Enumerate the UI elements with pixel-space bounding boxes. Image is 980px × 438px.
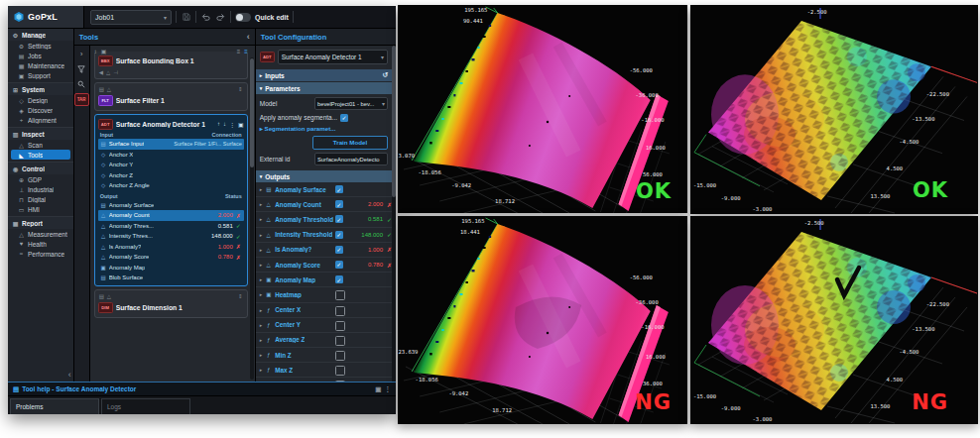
- sidebar-item-design[interactable]: ◇Design: [11, 95, 70, 105]
- viewport-bottom-left-ng[interactable]: 195.16518.441-23.639-18.056-9.04218.712-…: [398, 216, 687, 424]
- output-enabled-checkbox[interactable]: ✓: [335, 185, 343, 193]
- input-row-anchor-x[interactable]: ◇Anchor X: [98, 150, 244, 161]
- tool-selector-dropdown[interactable]: Surface Anomaly Detector 1 ▾: [278, 50, 388, 64]
- tool-card-surface-anomaly-detector-1[interactable]: ADTSurface Anomaly Detector 1↑↓⋮▣InputCo…: [94, 114, 248, 286]
- output-enabled-checkbox[interactable]: ✓: [335, 261, 343, 269]
- job-selector[interactable]: Job01 ▾: [90, 10, 172, 25]
- collapse-all-icon[interactable]: ▣: [101, 48, 107, 55]
- scrollbar-thumb[interactable]: [392, 46, 396, 197]
- input-row-anchor-z-angle[interactable]: ◇Anchor Z Angle: [98, 180, 244, 191]
- sidebar-item-digital[interactable]: ⊓Digital: [11, 194, 70, 204]
- output-row-anomaly-count[interactable]: △Anomaly Count2.000✗: [98, 210, 244, 221]
- more-icon[interactable]: ⋮: [229, 121, 235, 128]
- config-output-max-z[interactable]: ▸ƒMax Z: [256, 363, 392, 378]
- output-enabled-checkbox[interactable]: [335, 290, 345, 300]
- config-output-average-z[interactable]: ▸ƒAverage Z: [256, 333, 392, 348]
- tool-card-surface-filter-1[interactable]: ▤△⇕FLTSurface Filter 1: [94, 82, 248, 111]
- outputs-section-header[interactable]: ▾ Outputs: [256, 170, 392, 182]
- tab-logs[interactable]: Logs: [101, 398, 190, 414]
- sidebar-item-maintenance[interactable]: ▦Maintenance: [11, 60, 70, 70]
- move-down-icon[interactable]: ↓: [223, 121, 226, 128]
- expand-all-icon[interactable]: ↕: [94, 49, 97, 55]
- output-enabled-checkbox[interactable]: [335, 381, 345, 382]
- tab-problems[interactable]: Problems: [10, 398, 99, 414]
- sidebar-item-settings[interactable]: ⚙Settings: [11, 41, 70, 51]
- config-output-anomaly-threshold[interactable]: ▸△Anomaly Threshold✓0.581✓: [256, 212, 392, 227]
- more-icon[interactable]: ⋮: [385, 385, 392, 393]
- redo-icon[interactable]: [215, 12, 226, 23]
- sidebar-item-gdp[interactable]: ⊕GDP: [11, 174, 70, 184]
- list-view-icon[interactable]: ≡: [237, 49, 241, 55]
- search-icon[interactable]: [76, 78, 87, 89]
- expand-card-icon[interactable]: ⇕: [238, 86, 243, 92]
- sidebar-item-alignment[interactable]: +Alignment: [11, 115, 70, 125]
- sidebar-item-hmi[interactable]: ▭HMI: [11, 204, 70, 214]
- config-output-min-z[interactable]: ▸ƒMin Z: [256, 348, 392, 363]
- output-enabled-checkbox[interactable]: ✓: [335, 200, 343, 208]
- config-output-anomaly-map[interactable]: ▸▣Anomaly Map✓: [256, 273, 392, 287]
- output-enabled-checkbox[interactable]: [335, 306, 345, 316]
- sidebar-item-performance[interactable]: ≈Performance: [11, 249, 70, 259]
- tool-card-surface-dimension-1[interactable]: ▤△⇕DIMSurface Dimension 1: [94, 289, 248, 318]
- expand-icon[interactable]: ▣: [238, 121, 244, 128]
- input-row-anchor-y[interactable]: ◇Anchor Y: [98, 160, 244, 170]
- undo-icon[interactable]: [200, 12, 211, 23]
- tool-card-surface-bounding-box-1[interactable]: BBXSurface Bounding Box 1◀△⊣: [94, 52, 248, 79]
- expand-card-icon[interactable]: ⇕: [238, 293, 243, 299]
- output-row-anomaly-map[interactable]: ▣Anomaly Map: [98, 263, 244, 274]
- sidebar-item-measurements[interactable]: △Measurements: [11, 229, 70, 239]
- sidebar-item-scan[interactable]: △Scan: [11, 140, 70, 150]
- tool-help-bar[interactable]: ▤ Tool help - Surface Anomaly Detector ▣…: [8, 382, 396, 395]
- sidebar-item-jobs[interactable]: ▤Jobs: [11, 51, 70, 60]
- sidebar-item-industrial[interactable]: ⊥Industrial: [11, 184, 70, 194]
- output-enabled-checkbox[interactable]: [335, 351, 345, 361]
- output-enabled-checkbox[interactable]: ✓: [335, 275, 343, 283]
- popout-icon[interactable]: ▣: [375, 385, 381, 393]
- filter-icon[interactable]: [76, 63, 87, 74]
- tar-button[interactable]: TAR: [74, 93, 89, 106]
- config-output-intensity-threshold[interactable]: ▸△Intensity Threshold✓148.000✓: [256, 228, 392, 243]
- sidebar-item-support[interactable]: ▣Support: [11, 70, 70, 80]
- apply-segmentation-checkbox[interactable]: ✓: [340, 114, 348, 122]
- tools-scrollbar[interactable]: [250, 57, 254, 380]
- inputs-section-header[interactable]: ▸ Inputs ↺: [256, 69, 392, 81]
- segmentation-parameters-link[interactable]: ▸ Segmentation paramet...: [260, 125, 388, 132]
- sidebar-item-tools[interactable]: ◣Tools: [11, 150, 70, 160]
- output-row-anomaly-score[interactable]: △Anomaly Score0.780✗: [98, 252, 244, 263]
- output-row-blob-surface[interactable]: ▤Blob Surface: [98, 273, 244, 283]
- output-enabled-checkbox[interactable]: ✓: [335, 215, 343, 223]
- config-output-width[interactable]: ▸ƒWidth: [256, 378, 392, 382]
- collapse-panel-icon[interactable]: ‹: [247, 32, 250, 42]
- output-enabled-checkbox[interactable]: [335, 336, 345, 346]
- output-enabled-checkbox[interactable]: ✓: [335, 231, 343, 239]
- quick-edit-toggle[interactable]: [235, 13, 251, 22]
- save-icon[interactable]: [181, 12, 191, 23]
- train-model-button[interactable]: Train Model: [312, 136, 388, 150]
- config-output-center-x[interactable]: ▸ƒCenter X: [256, 303, 392, 318]
- output-row-anomaly-surface[interactable]: ▤Anomaly Surface: [98, 200, 244, 211]
- output-enabled-checkbox[interactable]: [335, 366, 345, 376]
- viewport-bottom-right-ng[interactable]: -2.500-22.500-13.500-4.5004.50013.500-15…: [690, 216, 978, 424]
- scrollbar-thumb[interactable]: [250, 58, 254, 168]
- output-enabled-checkbox[interactable]: [335, 321, 345, 331]
- move-up-icon[interactable]: ↑: [217, 121, 220, 128]
- reset-icon[interactable]: ↺: [382, 71, 388, 79]
- model-dropdown[interactable]: bevelProject01 - bev... ▾: [314, 97, 388, 110]
- external-id-input[interactable]: SurfaceAnomalyDetecto: [314, 153, 388, 165]
- sidebar-item-discover[interactable]: ◈Discover: [11, 105, 70, 115]
- viewport-top-left-ok[interactable]: 195.16590.4413.070-18.056-9.04218.712-56…: [398, 5, 687, 213]
- parameters-section-header[interactable]: ▾ Parameters: [256, 82, 392, 94]
- config-output-anomaly-surface[interactable]: ▸▤Anomaly Surface✓: [256, 182, 392, 197]
- output-row-is-anomaly[interactable]: △Is Anomaly?1.000✗: [98, 242, 244, 253]
- input-row-surface-input[interactable]: ▤Surface InputSurface Filter 1/Fi... Sur…: [98, 139, 244, 150]
- config-output-anomaly-count[interactable]: ▸△Anomaly Count✓2.000✗: [256, 197, 392, 212]
- config-output-center-y[interactable]: ▸ƒCenter Y: [256, 318, 392, 333]
- output-row-intensity-thres[interactable]: △Intensity Thres...148.000✓: [98, 231, 244, 242]
- input-row-anchor-z[interactable]: ◇Anchor Z: [98, 170, 244, 181]
- sidebar-item-health[interactable]: ♥Health: [11, 239, 70, 249]
- config-output-anomaly-score[interactable]: ▸△Anomaly Score✓0.780✗: [256, 258, 392, 273]
- config-output-is-anomaly[interactable]: ▸△Is Anomaly?✓1.000✗: [256, 243, 392, 258]
- config-output-heatmap[interactable]: ▸▣Heatmap: [256, 287, 392, 302]
- expand-rail-icon[interactable]: ›: [76, 49, 87, 59]
- config-scrollbar[interactable]: [392, 46, 396, 382]
